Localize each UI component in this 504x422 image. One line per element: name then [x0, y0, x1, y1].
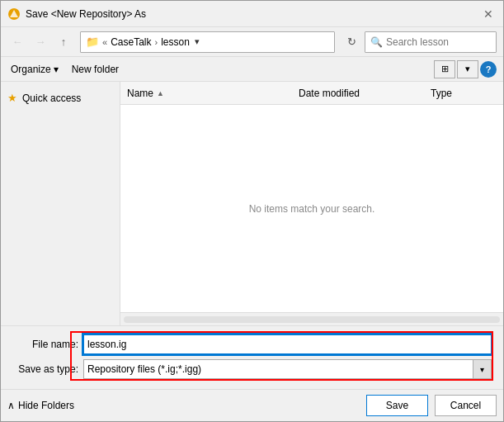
folder-icon: 📁 — [86, 36, 99, 48]
empty-message: No items match your search. — [249, 203, 375, 215]
column-date-modified: Date modified — [299, 88, 431, 99]
breadcrumb-arrow: › — [154, 37, 158, 47]
column-name: Name ▲ — [127, 88, 299, 99]
refresh-button[interactable]: ↻ — [341, 32, 361, 52]
column-headers: Name ▲ Date modified Type — [120, 82, 503, 105]
filetype-dropdown-arrow[interactable]: ▾ — [473, 359, 492, 379]
footer: ∧ Hide Folders Save Cancel — [1, 389, 503, 421]
close-button[interactable]: ✕ — [480, 6, 497, 22]
hide-folders-icon: ∧ — [7, 400, 15, 411]
filetype-label: Save as type: — [12, 363, 78, 375]
view-dropdown-button[interactable]: ▾ — [457, 60, 478, 78]
dialog-title: Save <New Repository> As — [26, 8, 146, 20]
breadcrumb-lesson[interactable]: lesson — [161, 36, 190, 48]
hide-folders-label: Hide Folders — [18, 400, 74, 411]
sidebar-item-label: Quick access — [22, 92, 81, 104]
view-toggle-button[interactable]: ⊞ — [434, 60, 455, 78]
filename-row: File name: — [12, 334, 492, 354]
titlebar: Save <New Repository> As ✕ — [1, 1, 503, 27]
sort-arrow-icon: ▲ — [157, 89, 164, 97]
search-input[interactable] — [386, 36, 491, 48]
filetype-select[interactable]: Repository files (*.ig;*.igg) — [83, 359, 473, 379]
main-area: ★ Quick access Name ▲ Date modified Type… — [1, 82, 503, 325]
app-icon — [7, 7, 21, 21]
search-box: 🔍 — [365, 31, 497, 53]
hide-folders-button[interactable]: ∧ Hide Folders — [7, 400, 74, 411]
forward-button[interactable]: → — [31, 32, 50, 52]
organize-button[interactable]: Organize ▾ — [7, 62, 62, 77]
filename-label: File name: — [12, 339, 78, 350]
breadcrumb-casetalk[interactable]: CaseTalk — [111, 36, 151, 48]
filename-input[interactable] — [83, 334, 492, 354]
file-list-body: No items match your search. — [120, 105, 503, 312]
breadcrumb-bar: 📁 « CaseTalk › lesson ▾ — [80, 31, 335, 53]
filetype-row: Save as type: Repository files (*.ig;*.i… — [12, 359, 492, 379]
search-icon: 🔍 — [370, 36, 383, 48]
quick-access-icon: ★ — [7, 92, 17, 104]
help-button[interactable]: ? — [480, 61, 497, 78]
form-wrapper: File name: Save as type: Repository file… — [12, 334, 492, 379]
back-button[interactable]: ← — [7, 32, 27, 52]
column-type: Type — [431, 88, 497, 99]
cancel-button[interactable]: Cancel — [435, 395, 497, 416]
save-dialog: Save <New Repository> As ✕ ← → ↑ 📁 « Cas… — [0, 0, 504, 422]
navigation-toolbar: ← → ↑ 📁 « CaseTalk › lesson ▾ ↻ 🔍 — [1, 27, 503, 57]
breadcrumb-dropdown-button[interactable]: ▾ — [193, 36, 201, 47]
save-button[interactable]: Save — [366, 395, 428, 416]
organize-label: Organize — [11, 64, 51, 75]
titlebar-left: Save <New Repository> As — [7, 7, 146, 21]
view-options: ⊞ ▾ ? — [434, 60, 497, 78]
footer-actions: Save Cancel — [366, 395, 497, 416]
organize-chevron-icon: ▾ — [54, 64, 59, 75]
sidebar-item-quick-access[interactable]: ★ Quick access — [1, 88, 120, 107]
file-list-pane: Name ▲ Date modified Type No items match… — [120, 82, 503, 325]
up-button[interactable]: ↑ — [54, 32, 73, 52]
form-area: File name: Save as type: Repository file… — [1, 325, 503, 389]
scrollbar-track — [124, 316, 500, 323]
sidebar: ★ Quick access — [1, 82, 120, 325]
filetype-dropdown-container: Repository files (*.ig;*.igg) ▾ — [83, 359, 492, 379]
horizontal-scrollbar[interactable] — [120, 312, 503, 325]
breadcrumb-separator1: « — [102, 37, 107, 47]
actionbar: Organize ▾ New folder ⊞ ▾ ? — [1, 57, 503, 82]
new-folder-button[interactable]: New folder — [68, 62, 122, 77]
